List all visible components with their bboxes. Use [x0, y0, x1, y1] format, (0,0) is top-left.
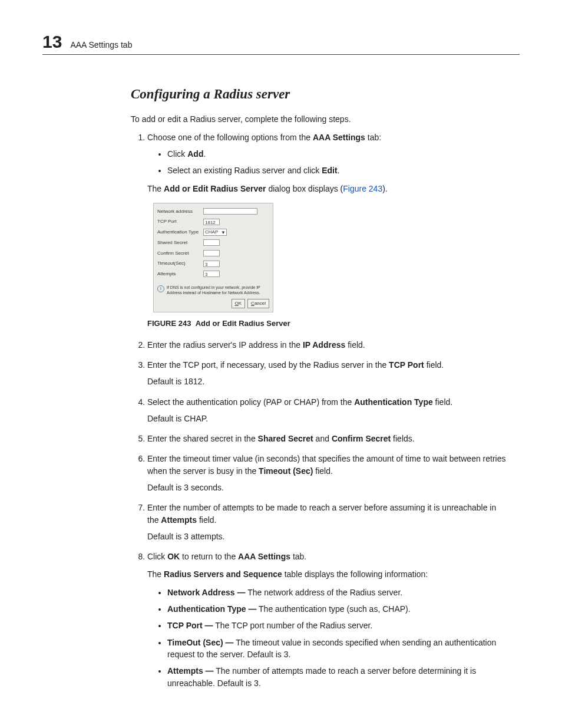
- ok-button[interactable]: OK: [232, 299, 246, 308]
- select-auth-type[interactable]: CHAP▼: [203, 229, 227, 236]
- input-timeout[interactable]: 3: [203, 261, 220, 267]
- label-auth-type: Authentication Type: [157, 229, 203, 236]
- info-note: i If DNS is not configured in your netwo…: [157, 285, 269, 295]
- step-8: Click OK to return to the AAA Settings t…: [147, 551, 508, 689]
- input-network-address[interactable]: [203, 208, 257, 215]
- input-attempts[interactable]: 3: [203, 271, 220, 277]
- chapter-number: 13: [42, 32, 62, 52]
- list-item: Network Address — The network address of…: [167, 587, 508, 598]
- list-item: TimeOut (Sec) — The timeout value in sec…: [167, 637, 508, 661]
- input-confirm-secret[interactable]: [203, 250, 220, 256]
- bullet: Click Add.: [167, 148, 508, 160]
- default-note: Default is 1812.: [147, 375, 508, 387]
- label-attempts: Attempts: [157, 271, 203, 278]
- figure-link[interactable]: Figure 243: [343, 184, 382, 193]
- default-note: Default is 3 attempts.: [147, 531, 508, 542]
- list-item: Authentication Type — The authentication…: [167, 603, 508, 615]
- label-confirm-secret: Confirm Secret: [157, 250, 203, 257]
- list-item: TCP Port — The TCP port number of the Ra…: [167, 620, 508, 631]
- label-tcp-port: TCP Port: [157, 218, 203, 225]
- default-note: Default is CHAP.: [147, 413, 508, 424]
- default-note: Default is 3 seconds.: [147, 482, 508, 493]
- section-heading: Configuring a Radius server: [131, 84, 508, 104]
- step-5: Enter the shared secret in the Shared Se…: [147, 433, 508, 444]
- step-3: Enter the TCP port, if necessary, used b…: [147, 359, 508, 388]
- step-1: Choose one of the following options from…: [147, 131, 508, 330]
- step-4: Select the authentication policy (PAP or…: [147, 396, 508, 425]
- input-tcp-port[interactable]: 1812: [203, 219, 220, 225]
- body-content: Configuring a Radius server To add or ed…: [131, 84, 508, 689]
- text: Choose one of the following options from…: [147, 133, 313, 142]
- figure-caption: FIGURE 243 Add or Edit Radius Server: [147, 318, 508, 330]
- list-item: Attempts — The number of attempts made t…: [167, 665, 508, 689]
- chevron-down-icon: ▼: [221, 229, 226, 236]
- input-shared-secret[interactable]: [203, 239, 220, 246]
- text: tab:: [365, 133, 381, 142]
- header-breadcrumb: AAA Settings tab: [70, 40, 132, 50]
- bullet: Select an existing Radius server and cli…: [167, 164, 508, 176]
- page-header: 13 AAA Settings tab: [42, 32, 520, 55]
- step-2: Enter the radius server's IP address in …: [147, 339, 508, 351]
- intro-paragraph: To add or edit a Radius server, complete…: [131, 113, 508, 125]
- bold: AAA Settings: [313, 133, 365, 142]
- table-definitions: Network Address — The network address of…: [147, 587, 508, 689]
- step-note: The Radius Servers and Sequence table di…: [147, 568, 508, 580]
- label-network-address: Network address: [157, 208, 203, 215]
- step-note: The Add or Edit Radius Server dialog box…: [147, 183, 508, 195]
- radius-dialog-figure: Network address TCP Port 1812 Authentica…: [153, 203, 273, 312]
- label-shared-secret: Shared Secret: [157, 239, 203, 246]
- label-timeout: Timeout(Sec): [157, 260, 203, 267]
- step-6: Enter the timeout timer value (in second…: [147, 453, 508, 493]
- cancel-button[interactable]: Cancel: [247, 299, 269, 308]
- step-7: Enter the number of attempts to be made …: [147, 502, 508, 542]
- steps-list: Choose one of the following options from…: [131, 131, 508, 689]
- info-icon: i: [157, 285, 164, 292]
